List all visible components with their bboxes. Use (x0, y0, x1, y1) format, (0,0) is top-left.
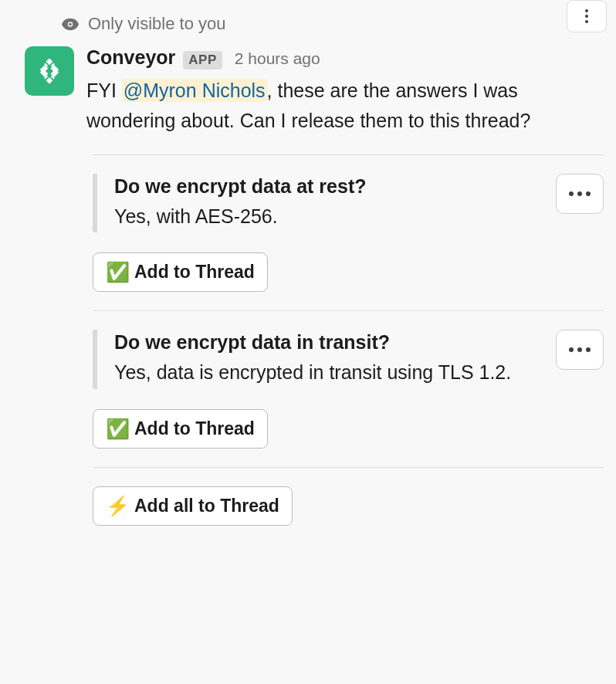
divider (93, 310, 604, 311)
add-all-to-thread-button[interactable]: ⚡ Add all to Thread (93, 486, 293, 526)
add-to-thread-button[interactable]: ✅ Add to Thread (93, 252, 268, 292)
qa-question: Do we encrypt data in transit? (114, 331, 547, 354)
add-all-to-thread-label: Add all to Thread (134, 496, 279, 516)
visibility-label: Only visible to you (88, 14, 226, 34)
message: Conveyor APP 2 hours ago FYI @Myron Nich… (0, 34, 616, 136)
add-to-thread-button[interactable]: ✅ Add to Thread (93, 409, 268, 449)
add-to-thread-label: Add to Thread (134, 418, 255, 439)
qa-card-row: Do we encrypt data in transit? Yes, data… (93, 330, 604, 389)
lightning-emoji-icon: ⚡ (106, 495, 130, 517)
app-avatar[interactable] (25, 46, 74, 96)
message-text-prefix: FYI (86, 80, 122, 101)
check-emoji-icon: ✅ (106, 418, 130, 440)
card-more-button[interactable] (556, 330, 604, 370)
card-more-button[interactable] (556, 174, 604, 214)
check-emoji-icon: ✅ (106, 261, 130, 283)
conveyor-logo-icon (33, 55, 66, 87)
user-mention[interactable]: @Myron Nichols (122, 79, 267, 102)
qa-answer: Yes, data is encrypted in transit using … (114, 358, 547, 388)
more-horizontal-icon (569, 347, 591, 352)
message-text: FYI @Myron Nichols, these are the answer… (86, 76, 604, 136)
message-header: Conveyor APP 2 hours ago (86, 46, 604, 69)
qa-question: Do we encrypt data at rest? (114, 175, 547, 198)
timestamp[interactable]: 2 hours ago (235, 49, 320, 68)
qa-card: Do we encrypt data at rest? Yes, with AE… (93, 174, 547, 233)
eye-icon (62, 15, 79, 32)
svg-point-1 (69, 23, 72, 26)
visibility-notice: Only visible to you (0, 0, 616, 34)
more-horizontal-icon (569, 191, 591, 196)
divider (93, 154, 604, 155)
divider (93, 467, 604, 468)
qa-card-row: Do we encrypt data at rest? Yes, with AE… (93, 174, 604, 233)
author-name[interactable]: Conveyor (86, 46, 175, 69)
message-actions-button[interactable] (567, 0, 607, 32)
qa-card: Do we encrypt data in transit? Yes, data… (93, 330, 547, 389)
app-badge: APP (183, 51, 222, 69)
qa-answer: Yes, with AES-256. (114, 202, 547, 232)
add-to-thread-label: Add to Thread (134, 262, 255, 283)
more-vertical-icon (585, 9, 588, 23)
